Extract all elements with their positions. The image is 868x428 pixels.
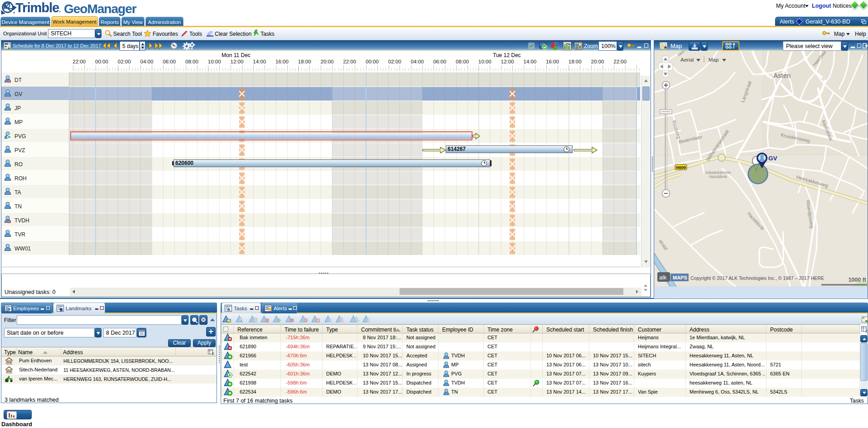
svg-text:Aerial: Aerial: [680, 57, 694, 63]
svg-text:Map: Map: [709, 57, 719, 63]
svg-text:!: !: [269, 308, 270, 311]
svg-text:Hazeldonk: Hazeldonk: [709, 174, 728, 179]
svg-text:GV: GV: [768, 155, 777, 162]
svg-text:1000 ft: 1000 ft: [848, 277, 866, 283]
svg-text:MAPS: MAPS: [673, 275, 687, 280]
svg-text:31: 31: [140, 332, 144, 335]
svg-text:Copyright © 2017 ALK Technolog: Copyright © 2017 ALK Technologies Inc., …: [690, 275, 824, 281]
svg-text:alk: alk: [659, 274, 667, 281]
svg-text:N609: N609: [676, 165, 686, 170]
svg-text:Asten: Asten: [773, 72, 791, 79]
